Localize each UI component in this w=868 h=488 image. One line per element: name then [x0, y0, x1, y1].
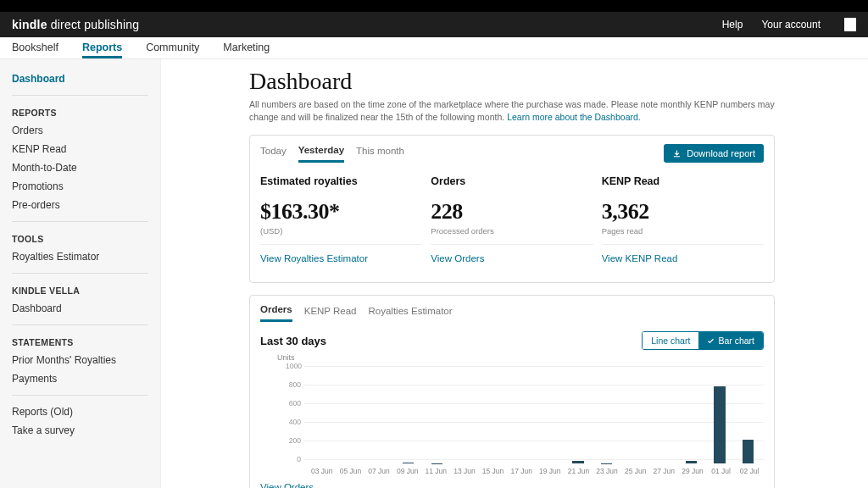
summary-tab-today[interactable]: Today: [260, 146, 287, 161]
chart-tab-kenp[interactable]: KENP Read: [304, 306, 357, 321]
xtick: 27 Jun: [650, 467, 679, 475]
page-title: Dashboard: [249, 68, 775, 95]
top-bar: kindle direct publishing Help Your accou…: [0, 12, 868, 37]
sidebar-item-orders[interactable]: Orders: [12, 121, 148, 140]
bar-chart-button[interactable]: Bar chart: [698, 332, 763, 349]
bar-column: [734, 362, 762, 463]
xtick: 09 Jun: [393, 467, 422, 475]
sidebar-item-mtd[interactable]: Month-to-Date: [12, 158, 148, 177]
sidebar-heading-statements: STATEMENTS: [12, 337, 148, 347]
bar-column: [564, 362, 592, 463]
bar-column: [508, 362, 536, 463]
bar-column: [394, 362, 422, 463]
tab-bookshelf[interactable]: Bookshelf: [12, 42, 58, 58]
sidebar-heading-vella: KINDLE VELLA: [12, 286, 148, 296]
sidebar-item-survey[interactable]: Take a survey: [12, 421, 148, 440]
bar[interactable]: [431, 463, 442, 464]
sidebar-item-preorders[interactable]: Pre-orders: [12, 196, 148, 214]
bar-column: [309, 362, 337, 463]
chart-ylabel: Units: [277, 353, 764, 362]
chart-period-title: Last 30 days: [260, 335, 326, 347]
brand-logo[interactable]: kindle direct publishing: [12, 18, 139, 31]
metric-orders: Orders 228 Processed orders: [431, 175, 593, 245]
bar[interactable]: [572, 461, 583, 464]
bar[interactable]: [743, 440, 754, 464]
xtick: 19 Jun: [536, 467, 565, 475]
metric-orders-value: 228: [431, 199, 593, 225]
xtick: 05 Jun: [337, 467, 365, 475]
xtick: 13 Jun: [450, 467, 479, 475]
account-icon[interactable]: [844, 18, 856, 31]
xtick: 23 Jun: [593, 467, 621, 475]
view-orders-link[interactable]: View Orders: [431, 253, 593, 263]
sidebar: Dashboard REPORTS Orders KENP Read Month…: [0, 59, 161, 488]
orders-chart: 10008006004002000: [286, 362, 764, 463]
metric-kenp: KENP Read 3,362 Pages read: [602, 175, 764, 245]
learn-more-link[interactable]: Learn more about the Dashboard.: [507, 112, 641, 122]
xtick: 11 Jun: [422, 467, 451, 475]
summary-tab-month[interactable]: This month: [356, 146, 404, 161]
sidebar-item-kenp[interactable]: KENP Read: [12, 140, 148, 158]
bar-column: [705, 362, 733, 463]
sidebar-heading-reports: REPORTS: [12, 108, 148, 118]
tab-community[interactable]: Community: [146, 42, 199, 58]
sidebar-item-reports-old[interactable]: Reports (Old): [12, 402, 148, 421]
tab-reports[interactable]: Reports: [82, 42, 122, 58]
bar-column: [593, 362, 620, 463]
bar-column: [451, 362, 479, 463]
check-icon: [707, 337, 715, 345]
line-chart-button[interactable]: Line chart: [643, 332, 698, 349]
xtick: 25 Jun: [621, 467, 650, 475]
main-tabs: Bookshelf Reports Community Marketing: [0, 37, 868, 59]
bar-column: [366, 362, 394, 463]
download-icon: [672, 149, 682, 158]
xtick: 17 Jun: [507, 467, 536, 475]
chart-type-toggle: Line chart Bar chart: [642, 331, 764, 350]
chart-tab-orders[interactable]: Orders: [260, 304, 292, 322]
bar-column: [677, 362, 705, 463]
sidebar-item-dashboard[interactable]: Dashboard: [12, 69, 148, 88]
sidebar-item-royalties-estimator[interactable]: Royalties Estimator: [12, 247, 148, 266]
bar-column: [649, 362, 677, 463]
xtick: 21 Jun: [565, 467, 593, 475]
download-report-button[interactable]: Download report: [664, 144, 764, 163]
xtick: 07 Jun: [364, 467, 393, 475]
bar-column: [536, 362, 564, 463]
xtick: 15 Jun: [479, 467, 508, 475]
chart-card: Orders KENP Read Royalties Estimator Las…: [249, 295, 775, 488]
bar-column: [423, 362, 451, 463]
bar-column: [620, 362, 648, 463]
bar[interactable]: [686, 461, 697, 464]
tab-marketing[interactable]: Marketing: [223, 42, 270, 58]
bar-column: [479, 362, 507, 463]
summary-card: Today Yesterday This month Download repo…: [249, 135, 775, 283]
view-royalties-link[interactable]: View Royalties Estimator: [260, 253, 422, 263]
page-note: All numbers are based on the time zone o…: [249, 98, 775, 123]
bar[interactable]: [714, 386, 725, 463]
sidebar-item-vella-dashboard[interactable]: Dashboard: [12, 299, 148, 318]
xtick: 29 Jun: [678, 467, 707, 475]
account-link[interactable]: Your account: [761, 19, 821, 30]
view-kenp-link[interactable]: View KENP Read: [602, 253, 764, 263]
metric-royalties: Estimated royalties $163.30* (USD): [260, 175, 422, 245]
chart-tab-royalties[interactable]: Royalties Estimator: [369, 306, 453, 321]
sidebar-item-prior-royalties[interactable]: Prior Months' Royalties: [12, 351, 148, 369]
sidebar-item-promotions[interactable]: Promotions: [12, 177, 148, 196]
chart-view-orders-link[interactable]: View Orders: [260, 482, 764, 488]
bar-column: [337, 362, 365, 463]
bar[interactable]: [403, 463, 414, 463]
summary-tab-yesterday[interactable]: Yesterday: [298, 145, 344, 163]
bar[interactable]: [601, 463, 612, 464]
xtick: 03 Jun: [308, 467, 337, 475]
xtick: 01 Jul: [707, 467, 736, 475]
metric-kenp-value: 3,362: [602, 199, 764, 225]
sidebar-item-payments[interactable]: Payments: [12, 369, 148, 388]
sidebar-heading-tools: TOOLS: [12, 234, 148, 244]
xtick: 02 Jul: [735, 467, 764, 475]
metric-royalties-value: $163.30*: [260, 199, 422, 225]
help-link[interactable]: Help: [722, 19, 743, 30]
